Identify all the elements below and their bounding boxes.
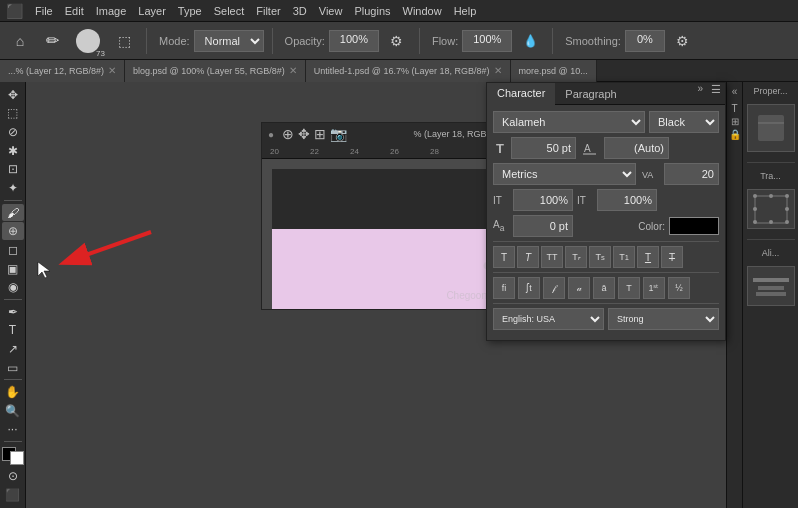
brush-tool-button[interactable]: ✏ xyxy=(38,27,66,55)
mode-select[interactable]: Normal xyxy=(194,30,264,52)
more-tools[interactable]: ··· xyxy=(2,421,24,439)
font-style-select[interactable]: Black xyxy=(649,111,719,133)
lasso-tool[interactable]: ⊘ xyxy=(2,123,24,141)
antialias-select[interactable]: Strong xyxy=(608,308,719,330)
brush-options-button[interactable]: ⬚ xyxy=(110,27,138,55)
prop-thumbnail[interactable] xyxy=(747,104,795,152)
brush-number: 73 xyxy=(96,49,105,58)
collapse-btn[interactable]: « xyxy=(730,84,740,99)
fmt-small-caps[interactable]: Tᵣ xyxy=(565,246,587,268)
menu-type[interactable]: Type xyxy=(178,5,202,17)
menu-filter[interactable]: Filter xyxy=(256,5,280,17)
fmt-strikethrough[interactable]: T xyxy=(661,246,683,268)
alt-a[interactable]: ā xyxy=(593,277,615,299)
menu-layer[interactable]: Layer xyxy=(138,5,166,17)
home-button[interactable]: ⌂ xyxy=(6,27,34,55)
menu-window[interactable]: Window xyxy=(403,5,442,17)
fmt-underline[interactable]: T xyxy=(637,246,659,268)
zoom-tool[interactable]: 🔍 xyxy=(2,402,24,420)
crop-tool[interactable]: ⊡ xyxy=(2,161,24,179)
tabs-bar: ...% (Layer 12, RGB/8#) ✕ blog.psd @ 100… xyxy=(0,60,798,82)
color-swatch[interactable] xyxy=(669,217,719,235)
font-size-input[interactable] xyxy=(511,137,576,159)
st-ligature[interactable]: ʃt xyxy=(518,277,540,299)
tab-blog[interactable]: blog.psd @ 100% (Layer 55, RGB/8#) ✕ xyxy=(125,60,306,82)
menu-bar: ⬛ File Edit Image Layer Type Select Filt… xyxy=(0,0,798,22)
move-tool[interactable]: ✥ xyxy=(2,86,24,104)
tab-more[interactable]: more.psd @ 10... xyxy=(511,60,597,82)
transform-thumb[interactable] xyxy=(747,189,795,229)
fmt-all-caps[interactable]: TT xyxy=(541,246,563,268)
smoothing-value[interactable]: 0% xyxy=(625,30,665,52)
tab-close-layer12[interactable]: ✕ xyxy=(108,65,116,76)
blur-tool[interactable]: ◉ xyxy=(2,278,24,296)
sub-tool-move[interactable]: ✥ xyxy=(298,126,310,142)
mini-tool-icons: T ⊞ 🔒 xyxy=(729,103,741,140)
sub-tool-compass[interactable]: ⊕ xyxy=(282,126,294,142)
menu-view[interactable]: View xyxy=(319,5,343,17)
path-select-tool[interactable]: ↗ xyxy=(2,340,24,358)
tab-paragraph[interactable]: Paragraph xyxy=(555,83,626,105)
airbrush-button[interactable]: 💧 xyxy=(516,27,544,55)
smoothing-options[interactable]: ⚙ xyxy=(669,27,697,55)
tab-close-untitled[interactable]: ✕ xyxy=(494,65,502,76)
tracking-input[interactable] xyxy=(664,163,719,185)
sub-tool-camera[interactable]: 📷 xyxy=(330,126,347,142)
fg-bg-colors[interactable] xyxy=(2,447,24,465)
t-alt[interactable]: T xyxy=(618,277,640,299)
fi-ligature[interactable]: fi xyxy=(493,277,515,299)
menu-help[interactable]: Help xyxy=(454,5,477,17)
stamp-tool[interactable]: ⊕ xyxy=(2,222,24,240)
scale-v-input[interactable] xyxy=(513,189,573,211)
panel-expand-btn[interactable]: » xyxy=(693,83,707,104)
align-thumb[interactable] xyxy=(747,266,795,306)
gradient-tool[interactable]: ▣ xyxy=(2,260,24,278)
pen-tool[interactable]: ✒ xyxy=(2,303,24,321)
sub-panel-close-btn[interactable]: ● xyxy=(268,129,274,140)
menu-file[interactable]: File xyxy=(35,5,53,17)
leading-input[interactable] xyxy=(604,137,669,159)
quick-mask-button[interactable]: ⊙ xyxy=(2,468,24,486)
brush-size-indicator[interactable]: 73 xyxy=(70,23,106,59)
opacity-options[interactable]: ⚙ xyxy=(383,27,411,55)
language-select[interactable]: English: USA xyxy=(493,308,604,330)
sub-tool-transform[interactable]: ⊞ xyxy=(314,126,326,142)
mini-icon-1[interactable]: T xyxy=(731,103,737,114)
screen-mode-button[interactable]: ⬛ xyxy=(2,486,24,504)
menu-3d[interactable]: 3D xyxy=(293,5,307,17)
tab-character[interactable]: Character xyxy=(487,83,555,105)
eraser-tool[interactable]: ◻ xyxy=(2,241,24,259)
tab-layer12[interactable]: ...% (Layer 12, RGB/8#) ✕ xyxy=(0,60,125,82)
font-family-select[interactable]: Kalameh xyxy=(493,111,645,133)
select-rect-tool[interactable]: ⬚ xyxy=(2,105,24,123)
mini-icon-2[interactable]: ⊞ xyxy=(731,116,739,127)
eyedropper-tool[interactable]: ✦ xyxy=(2,179,24,197)
menu-plugins[interactable]: Plugins xyxy=(354,5,390,17)
oldstyle-nums[interactable]: 𝒶 xyxy=(568,277,590,299)
magic-wand-tool[interactable]: ✱ xyxy=(2,142,24,160)
menu-edit[interactable]: Edit xyxy=(65,5,84,17)
fmt-italic[interactable]: T xyxy=(517,246,539,268)
menu-select[interactable]: Select xyxy=(214,5,245,17)
panel-menu-btn[interactable]: ☰ xyxy=(707,83,725,104)
baseline-input[interactable] xyxy=(513,215,573,237)
scale-h-input[interactable] xyxy=(597,189,657,211)
type-tool[interactable]: T xyxy=(2,321,24,339)
brush-tool[interactable]: 🖌 xyxy=(2,204,24,222)
tab-untitled[interactable]: Untitled-1.psd @ 16.7% (Layer 18, RGB/8#… xyxy=(306,60,511,82)
shape-tool[interactable]: ▭ xyxy=(2,359,24,377)
tab-close-blog[interactable]: ✕ xyxy=(289,65,297,76)
fmt-subscript[interactable]: T1 xyxy=(613,246,635,268)
fmt-regular[interactable]: T xyxy=(493,246,515,268)
opacity-value[interactable]: 100% xyxy=(329,30,379,52)
ordinal[interactable]: 1ˢᵗ xyxy=(643,277,665,299)
mini-icon-3[interactable]: 🔒 xyxy=(729,129,741,140)
alt-ligature[interactable]: 𝒻 xyxy=(543,277,565,299)
hand-tool[interactable]: ✋ xyxy=(2,383,24,401)
fmt-superscript[interactable]: Ts xyxy=(589,246,611,268)
kerning-select[interactable]: Metrics xyxy=(493,163,636,185)
flow-value[interactable]: 100% xyxy=(462,30,512,52)
fraction[interactable]: ½ xyxy=(668,277,690,299)
red-arrow-svg xyxy=(56,227,156,287)
menu-image[interactable]: Image xyxy=(96,5,127,17)
